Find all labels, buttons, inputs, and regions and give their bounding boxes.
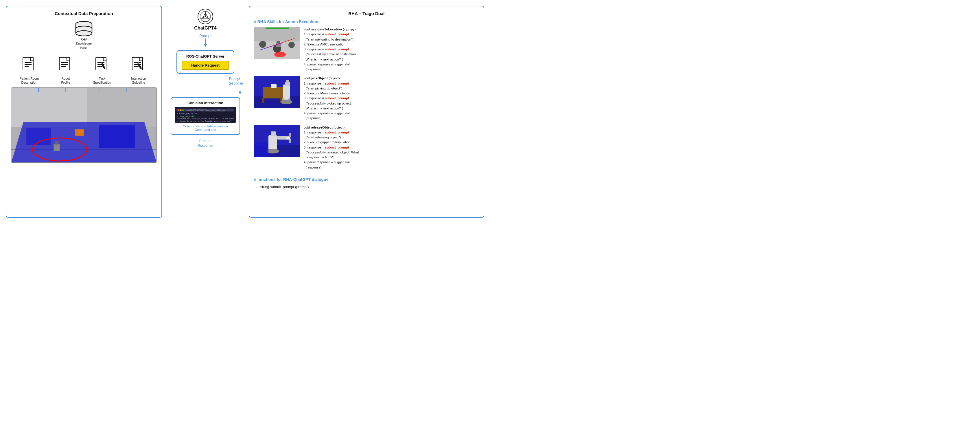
skill-step-nav-3: 3. response = submit_prompt ("successful… [304, 47, 479, 62]
chatgpt-icon [197, 9, 213, 24]
docs-row: Patient Room Description Robot Profile [11, 57, 157, 85]
svg-rect-71 [286, 80, 289, 83]
terminal-dot-yellow [180, 109, 181, 111]
svg-rect-67 [262, 97, 264, 103]
prompt-response-label-2: Prompt-Response [197, 139, 213, 148]
clinician-cmd-label: Commands and Interaction via Command lin… [175, 125, 236, 131]
doc-item-interaction: Interaction Guideline [123, 57, 154, 85]
svg-rect-83 [286, 137, 290, 139]
skill-step-release-1: 1. response = submit_prompt ("start rele… [304, 130, 479, 140]
skill-fn-navigate: void navigateToLocation (xyz rpy) [304, 27, 479, 32]
terminal-text: $ tiago_pp_docker $ tiago_pp_docker ross… [177, 112, 234, 122]
svg-rect-78 [269, 135, 277, 150]
skill-desc-pick: void pickObject (object) 1. response = s… [304, 76, 479, 121]
skill-step-pick-1: 1. response = submit_prompt ("start pick… [304, 81, 479, 91]
prompt-response-label-1: Prompt-Response [228, 77, 243, 86]
prompt-area: Prompt [199, 34, 212, 47]
svg-point-55 [259, 41, 266, 48]
skill-step-nav-2: 2. Execute AMCL navigation [304, 42, 479, 47]
skill-step-pick-2: 2. Execute MoveIt manipulation [304, 91, 479, 96]
svg-rect-35 [99, 125, 135, 148]
floor-svg [11, 88, 156, 163]
left-panel-title: Contextual Data Preparation [11, 11, 157, 16]
terminal-line-2: $ tiago_pp_docker [177, 115, 234, 118]
svg-point-75 [281, 100, 292, 104]
svg-rect-82 [289, 139, 291, 143]
document-icon-robot [58, 57, 73, 75]
svg-marker-48 [204, 44, 207, 47]
skill-step-release-4: 4. parse response & trigger skill (respo… [304, 160, 479, 170]
prompt-label: Prompt [199, 34, 212, 38]
skill-desc-navigate: void navigateToLocation (xyz rpy) 1. res… [304, 27, 479, 72]
doc-label-interaction: Interaction Guideline [131, 77, 146, 85]
ros-server-title: ROS-ChatGPT Server [181, 54, 229, 59]
fn-name-pick: pickObject [311, 77, 328, 80]
right-panel: RHA – Tiago Dual # RHA Skills for Action… [249, 6, 484, 218]
skill-row-pick: void pickObject (object) 1. response = s… [254, 76, 479, 121]
skill-img-pick [254, 76, 300, 108]
left-panel: Contextual Data Preparation RHA Knowledg… [6, 6, 162, 218]
doc-label-task: Task Specification [93, 77, 111, 85]
terminal-dot-red [178, 109, 179, 111]
svg-point-58 [274, 51, 286, 57]
skill-row-release: void releaseObject (object) 1. response … [254, 125, 479, 170]
doc-label-patient: Patient Room Description [20, 77, 39, 85]
doc-item-task: Task Specification [86, 57, 118, 85]
skill-img-navigate [254, 27, 300, 59]
svg-rect-37 [75, 129, 84, 136]
skill-step-release-3: 3. response = submit_prompt ("successful… [304, 145, 479, 160]
arrow-right-icon: → [254, 185, 258, 189]
terminal-title: root@LCES-ROS82: /tiago_dual_public_ws [186, 109, 225, 111]
release-scene-svg [254, 125, 300, 157]
scene-box [11, 88, 157, 163]
document-icon-patient [22, 57, 37, 75]
svg-rect-10 [23, 57, 33, 70]
skill-step-release-2: 2. Execute gripper manipulation [304, 140, 479, 145]
doc-label-robot: Robot Profile [61, 77, 70, 85]
svg-rect-61 [266, 27, 289, 29]
document-icon-interaction [131, 57, 146, 75]
clinician-title: Clinician Interaction [175, 101, 236, 105]
skill-step-nav-4: 4. parse response & trigger skill (respo… [304, 62, 479, 72]
skill-fn-release: void releaseObject (object) [304, 125, 479, 130]
function-signature: string submit_prompt (prompt) [260, 185, 309, 189]
skill-step-pick-3: 3. response = submit_prompt ("successful… [304, 96, 479, 111]
svg-rect-60 [277, 41, 280, 43]
submit-prompt-red: submit_prompt [270, 185, 294, 189]
svg-rect-79 [271, 131, 276, 136]
terminal-bar: root@LCES-ROS82: /tiago_dual_public_ws [177, 109, 234, 112]
svg-rect-40 [55, 141, 59, 145]
skills-section-header: # RHA Skills for Action Execution [254, 19, 479, 24]
skill-step-nav-1: 1. response = submit_prompt ("start navi… [304, 32, 479, 42]
skill-step-pick-4: 4. parse response & trigger skill (respo… [304, 111, 479, 121]
fn-name-release: releaseObject [311, 126, 332, 129]
middle-panel: ChatGPT4 Prompt ROS-ChatGPT Server Handl… [168, 6, 243, 218]
db-label: RHA Knowledge Base [76, 37, 92, 50]
pick-scene-svg [254, 76, 300, 108]
svg-rect-74 [271, 84, 277, 88]
terminal-dot-green [182, 109, 184, 111]
skill-row-navigate: void navigateToLocation (xyz rpy) 1. res… [254, 27, 479, 72]
svg-rect-85 [254, 142, 269, 157]
down-arrow-2 [237, 86, 243, 94]
handle-request-button[interactable]: Handle Request [181, 61, 229, 70]
function-line: → string submit_prompt (prompt) [254, 185, 479, 189]
scene-inner [11, 88, 156, 163]
prompt-response-area-1: Prompt-Response [168, 77, 243, 94]
functions-section-header: # functions for RHA-ChatGPT dialogue [254, 177, 479, 182]
svg-rect-14 [59, 57, 70, 70]
svg-point-57 [288, 42, 295, 48]
fn-name-navigate: navigateToLocation [311, 27, 342, 31]
svg-rect-69 [283, 85, 290, 101]
terminal-line-3: rosservice call /chat_get_server 'nurse:… [177, 118, 234, 122]
document-icon-task [95, 57, 110, 75]
skill-fn-pick: void pickObject (object) [304, 76, 479, 81]
svg-rect-66 [262, 87, 283, 99]
down-arrow-1 [202, 38, 208, 47]
chatgpt-logo: ChatGPT4 [194, 9, 216, 31]
terminal-mock: root@LCES-ROS82: /tiago_dual_public_ws $… [175, 107, 236, 123]
svg-marker-50 [239, 91, 242, 94]
svg-point-9 [76, 31, 92, 36]
svg-rect-81 [289, 133, 291, 137]
right-panel-title: RHA – Tiago Dual [254, 11, 479, 16]
